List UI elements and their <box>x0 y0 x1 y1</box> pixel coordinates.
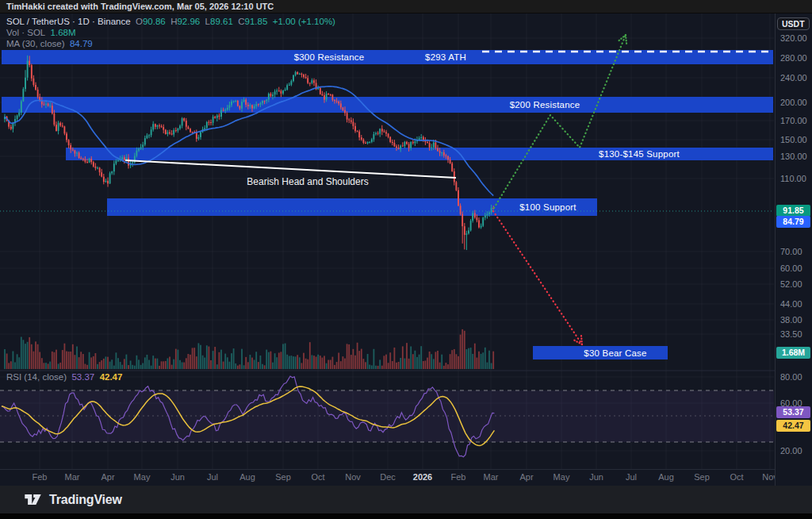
time-axis-label: Jul <box>207 472 218 482</box>
time-axis[interactable]: FebMarAprMayJunJulAugSepOctNovDec2026Feb… <box>0 470 776 486</box>
price-badge: 42.47 <box>776 420 810 432</box>
time-axis-label: Oct <box>730 472 743 482</box>
price-tick-label: 80.00 <box>780 371 802 383</box>
price-tick-label: 52.00 <box>780 279 802 290</box>
price-badge: 84.79 <box>776 216 810 228</box>
brand-name: TradingView <box>49 493 122 507</box>
price-tick-label: 130.00 <box>780 151 807 162</box>
price-tick-label: 60.00 <box>780 263 802 274</box>
time-axis-label: Jul <box>626 472 637 482</box>
currency-toggle-button[interactable]: USDT <box>777 17 810 30</box>
price-tick-label: 240.00 <box>780 72 807 83</box>
attribution-text: TimHakki created with TradingView.com, M… <box>6 2 274 11</box>
time-axis-label: Aug <box>658 472 674 482</box>
time-axis-label: Sep <box>275 472 291 482</box>
time-axis-label: Nov <box>762 472 776 482</box>
time-axis-label: Sep <box>694 472 710 482</box>
price-badge: 1.68M <box>776 347 810 359</box>
time-axis-label: Aug <box>239 472 255 482</box>
time-axis-label: Jun <box>170 472 185 482</box>
price-tick-label: 70.00 <box>780 246 802 257</box>
price-scale[interactable]: 320.00280.00240.00200.00170.00150.00130.… <box>776 13 812 470</box>
time-axis-label: 2026 <box>413 472 432 482</box>
price-tick-label: 33.50 <box>780 329 802 340</box>
price-badge: 91.85 <box>776 205 810 217</box>
time-axis-label: May <box>134 472 151 482</box>
price-tick-label: 200.00 <box>780 97 807 108</box>
scale-divider <box>775 13 776 486</box>
time-axis-label: Mar <box>484 472 499 482</box>
time-axis-label: May <box>553 472 570 482</box>
time-axis-label: Feb <box>33 472 48 482</box>
time-axis-label: Nov <box>345 472 361 482</box>
chart-canvas[interactable] <box>0 13 776 470</box>
tradingview-chart-window: TimHakki created with TradingView.com, M… <box>0 0 812 519</box>
price-tick-label: 20.00 <box>780 445 802 456</box>
bottom-strip <box>0 513 812 519</box>
time-axis-label: Mar <box>65 472 80 482</box>
price-tick-label: 170.00 <box>780 115 807 126</box>
price-badge: 53.37 <box>776 406 810 418</box>
price-tick-label: 150.00 <box>780 134 807 145</box>
time-axis-label: Jun <box>589 472 603 482</box>
time-axis-label: Oct <box>311 472 324 482</box>
time-axis-label: Apr <box>519 472 533 482</box>
price-tick-label: 110.00 <box>780 173 806 184</box>
price-tick-label: 44.00 <box>780 298 802 309</box>
footer-bar: TradingView <box>0 486 812 513</box>
time-axis-label: Dec <box>380 472 396 482</box>
price-tick-label: 280.00 <box>780 52 807 63</box>
attribution-bar: TimHakki created with TradingView.com, M… <box>0 0 812 13</box>
time-axis-label: Feb <box>451 472 466 482</box>
price-tick-label: 320.00 <box>780 33 807 44</box>
time-axis-label: Apr <box>101 472 114 482</box>
price-tick-label: 38.00 <box>780 314 802 325</box>
tradingview-logo-icon <box>24 491 42 508</box>
